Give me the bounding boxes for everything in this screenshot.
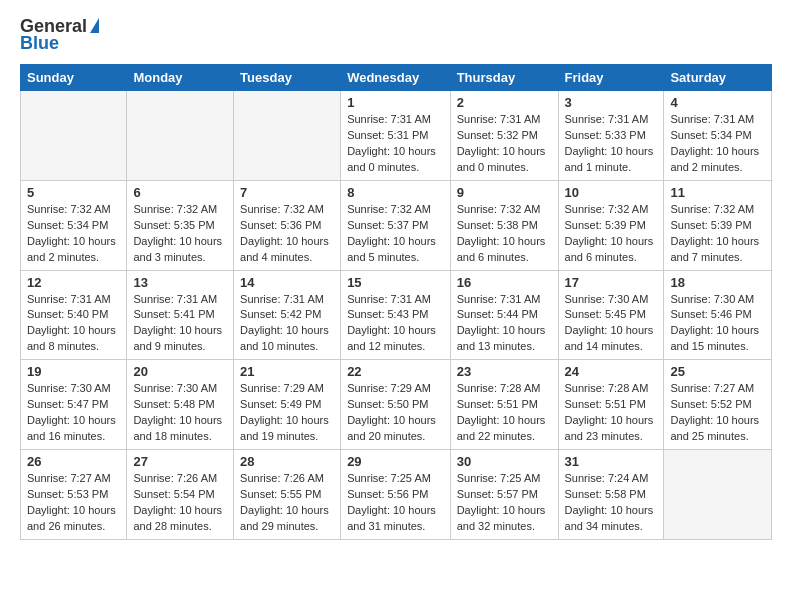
day-info: Sunrise: 7:31 AMSunset: 5:43 PMDaylight:… <box>347 292 444 356</box>
day-number: 5 <box>27 185 120 200</box>
day-number: 28 <box>240 454 334 469</box>
calendar-cell: 1Sunrise: 7:31 AMSunset: 5:31 PMDaylight… <box>341 91 451 181</box>
calendar-cell <box>127 91 234 181</box>
calendar-cell: 7Sunrise: 7:32 AMSunset: 5:36 PMDaylight… <box>234 180 341 270</box>
day-number: 20 <box>133 364 227 379</box>
day-number: 6 <box>133 185 227 200</box>
calendar-cell: 3Sunrise: 7:31 AMSunset: 5:33 PMDaylight… <box>558 91 664 181</box>
calendar-cell <box>664 450 772 540</box>
day-number: 30 <box>457 454 552 469</box>
calendar-cell: 18Sunrise: 7:30 AMSunset: 5:46 PMDayligh… <box>664 270 772 360</box>
day-number: 31 <box>565 454 658 469</box>
calendar-cell: 4Sunrise: 7:31 AMSunset: 5:34 PMDaylight… <box>664 91 772 181</box>
calendar-cell: 20Sunrise: 7:30 AMSunset: 5:48 PMDayligh… <box>127 360 234 450</box>
logo: General Blue <box>20 16 99 54</box>
day-number: 22 <box>347 364 444 379</box>
calendar-cell: 16Sunrise: 7:31 AMSunset: 5:44 PMDayligh… <box>450 270 558 360</box>
calendar-cell <box>21 91 127 181</box>
calendar-cell: 22Sunrise: 7:29 AMSunset: 5:50 PMDayligh… <box>341 360 451 450</box>
day-info: Sunrise: 7:31 AMSunset: 5:31 PMDaylight:… <box>347 112 444 176</box>
calendar-cell: 25Sunrise: 7:27 AMSunset: 5:52 PMDayligh… <box>664 360 772 450</box>
day-number: 18 <box>670 275 765 290</box>
day-number: 23 <box>457 364 552 379</box>
calendar-cell: 21Sunrise: 7:29 AMSunset: 5:49 PMDayligh… <box>234 360 341 450</box>
day-info: Sunrise: 7:32 AMSunset: 5:35 PMDaylight:… <box>133 202 227 266</box>
week-row-2: 5Sunrise: 7:32 AMSunset: 5:34 PMDaylight… <box>21 180 772 270</box>
weekday-header-row: SundayMondayTuesdayWednesdayThursdayFrid… <box>21 65 772 91</box>
day-number: 9 <box>457 185 552 200</box>
day-number: 10 <box>565 185 658 200</box>
calendar-cell: 23Sunrise: 7:28 AMSunset: 5:51 PMDayligh… <box>450 360 558 450</box>
day-info: Sunrise: 7:31 AMSunset: 5:44 PMDaylight:… <box>457 292 552 356</box>
day-number: 15 <box>347 275 444 290</box>
week-row-5: 26Sunrise: 7:27 AMSunset: 5:53 PMDayligh… <box>21 450 772 540</box>
calendar-cell: 2Sunrise: 7:31 AMSunset: 5:32 PMDaylight… <box>450 91 558 181</box>
weekday-header-wednesday: Wednesday <box>341 65 451 91</box>
calendar-cell: 17Sunrise: 7:30 AMSunset: 5:45 PMDayligh… <box>558 270 664 360</box>
day-info: Sunrise: 7:27 AMSunset: 5:53 PMDaylight:… <box>27 471 120 535</box>
weekday-header-sunday: Sunday <box>21 65 127 91</box>
week-row-3: 12Sunrise: 7:31 AMSunset: 5:40 PMDayligh… <box>21 270 772 360</box>
day-number: 16 <box>457 275 552 290</box>
calendar-cell: 24Sunrise: 7:28 AMSunset: 5:51 PMDayligh… <box>558 360 664 450</box>
calendar-cell: 28Sunrise: 7:26 AMSunset: 5:55 PMDayligh… <box>234 450 341 540</box>
calendar-cell: 30Sunrise: 7:25 AMSunset: 5:57 PMDayligh… <box>450 450 558 540</box>
day-info: Sunrise: 7:31 AMSunset: 5:34 PMDaylight:… <box>670 112 765 176</box>
day-number: 2 <box>457 95 552 110</box>
day-number: 14 <box>240 275 334 290</box>
day-info: Sunrise: 7:27 AMSunset: 5:52 PMDaylight:… <box>670 381 765 445</box>
day-number: 13 <box>133 275 227 290</box>
day-info: Sunrise: 7:24 AMSunset: 5:58 PMDaylight:… <box>565 471 658 535</box>
calendar-cell: 10Sunrise: 7:32 AMSunset: 5:39 PMDayligh… <box>558 180 664 270</box>
weekday-header-friday: Friday <box>558 65 664 91</box>
day-number: 11 <box>670 185 765 200</box>
calendar-cell: 6Sunrise: 7:32 AMSunset: 5:35 PMDaylight… <box>127 180 234 270</box>
day-info: Sunrise: 7:26 AMSunset: 5:54 PMDaylight:… <box>133 471 227 535</box>
calendar-cell: 19Sunrise: 7:30 AMSunset: 5:47 PMDayligh… <box>21 360 127 450</box>
day-info: Sunrise: 7:30 AMSunset: 5:46 PMDaylight:… <box>670 292 765 356</box>
calendar-cell: 29Sunrise: 7:25 AMSunset: 5:56 PMDayligh… <box>341 450 451 540</box>
day-number: 3 <box>565 95 658 110</box>
page: General Blue SundayMondayTuesdayWednesda… <box>0 0 792 556</box>
day-info: Sunrise: 7:25 AMSunset: 5:56 PMDaylight:… <box>347 471 444 535</box>
week-row-1: 1Sunrise: 7:31 AMSunset: 5:31 PMDaylight… <box>21 91 772 181</box>
weekday-header-tuesday: Tuesday <box>234 65 341 91</box>
day-info: Sunrise: 7:31 AMSunset: 5:40 PMDaylight:… <box>27 292 120 356</box>
day-info: Sunrise: 7:32 AMSunset: 5:34 PMDaylight:… <box>27 202 120 266</box>
day-info: Sunrise: 7:30 AMSunset: 5:45 PMDaylight:… <box>565 292 658 356</box>
day-info: Sunrise: 7:25 AMSunset: 5:57 PMDaylight:… <box>457 471 552 535</box>
day-info: Sunrise: 7:32 AMSunset: 5:36 PMDaylight:… <box>240 202 334 266</box>
calendar-cell: 11Sunrise: 7:32 AMSunset: 5:39 PMDayligh… <box>664 180 772 270</box>
weekday-header-saturday: Saturday <box>664 65 772 91</box>
day-number: 17 <box>565 275 658 290</box>
day-info: Sunrise: 7:31 AMSunset: 5:42 PMDaylight:… <box>240 292 334 356</box>
day-number: 26 <box>27 454 120 469</box>
day-number: 12 <box>27 275 120 290</box>
header: General Blue <box>20 16 772 54</box>
day-info: Sunrise: 7:32 AMSunset: 5:38 PMDaylight:… <box>457 202 552 266</box>
day-number: 21 <box>240 364 334 379</box>
day-info: Sunrise: 7:30 AMSunset: 5:47 PMDaylight:… <box>27 381 120 445</box>
calendar-cell: 26Sunrise: 7:27 AMSunset: 5:53 PMDayligh… <box>21 450 127 540</box>
day-number: 19 <box>27 364 120 379</box>
calendar-cell: 31Sunrise: 7:24 AMSunset: 5:58 PMDayligh… <box>558 450 664 540</box>
day-number: 25 <box>670 364 765 379</box>
calendar-cell: 27Sunrise: 7:26 AMSunset: 5:54 PMDayligh… <box>127 450 234 540</box>
day-info: Sunrise: 7:30 AMSunset: 5:48 PMDaylight:… <box>133 381 227 445</box>
calendar-cell: 13Sunrise: 7:31 AMSunset: 5:41 PMDayligh… <box>127 270 234 360</box>
day-number: 29 <box>347 454 444 469</box>
day-info: Sunrise: 7:31 AMSunset: 5:33 PMDaylight:… <box>565 112 658 176</box>
logo-blue-text: Blue <box>20 33 59 54</box>
calendar-cell: 12Sunrise: 7:31 AMSunset: 5:40 PMDayligh… <box>21 270 127 360</box>
day-info: Sunrise: 7:32 AMSunset: 5:39 PMDaylight:… <box>670 202 765 266</box>
day-info: Sunrise: 7:29 AMSunset: 5:49 PMDaylight:… <box>240 381 334 445</box>
calendar-cell: 9Sunrise: 7:32 AMSunset: 5:38 PMDaylight… <box>450 180 558 270</box>
day-number: 1 <box>347 95 444 110</box>
week-row-4: 19Sunrise: 7:30 AMSunset: 5:47 PMDayligh… <box>21 360 772 450</box>
weekday-header-monday: Monday <box>127 65 234 91</box>
calendar-cell: 8Sunrise: 7:32 AMSunset: 5:37 PMDaylight… <box>341 180 451 270</box>
day-info: Sunrise: 7:28 AMSunset: 5:51 PMDaylight:… <box>457 381 552 445</box>
day-number: 27 <box>133 454 227 469</box>
calendar-cell: 5Sunrise: 7:32 AMSunset: 5:34 PMDaylight… <box>21 180 127 270</box>
calendar-cell <box>234 91 341 181</box>
